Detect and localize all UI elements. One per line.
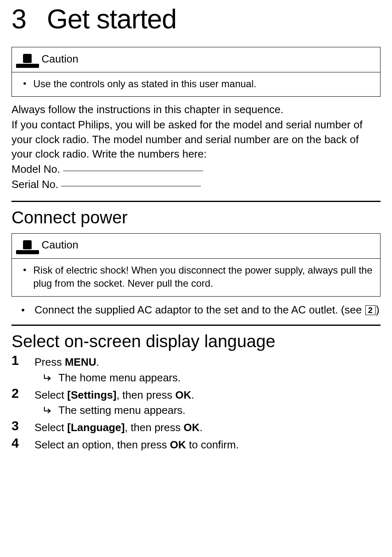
caution-text: Risk of electric shock! When you disconn… [32,264,374,290]
section-divider [12,325,380,326]
section-divider [12,201,380,202]
intro-paragraph: Always follow the instructions in this c… [12,102,380,117]
step-content: Press MENU. The home menu appears. [35,353,380,385]
section-heading-select-language: Select on-screen display language [12,332,380,351]
settings-menu-label: [Settings] [67,389,117,401]
bullet-icon: • [12,302,35,317]
bullet-icon: • [18,264,32,276]
step-item: 4 Select an option, then press OK to con… [12,436,380,453]
chapter-heading: 3Get started [12,3,380,35]
chapter-title-text: Get started [47,4,177,34]
model-label: Model No. [12,163,63,175]
caution-body: • Use the controls only as stated in thi… [12,72,380,96]
document-page: 3Get started Caution • Use the controls … [0,3,392,469]
step-number: 3 [12,418,35,434]
language-menu-label: [Language] [67,421,125,434]
blank-underline [61,186,201,186]
serial-label: Serial No. [12,178,61,190]
step-item: 3 Select [Language], then press OK. [12,418,380,436]
intro-paragraph: If you contact Philips, you will be aske… [12,118,380,161]
step-result: The setting menu appears. [35,403,380,418]
caution-label: Caution [42,53,78,65]
step-content: Select [Settings], then press OK. The se… [35,386,380,418]
caution-box: Caution • Risk of electric shock! When y… [12,233,380,297]
result-arrow-icon [44,403,58,418]
ok-button-label: OK [175,389,191,401]
bullet-icon: • [18,77,32,90]
step-number: 2 [12,386,35,401]
ok-button-label: OK [170,439,186,451]
step-number: 1 [12,353,35,368]
model-number-line: Model No. [12,162,380,176]
step-text: Connect the supplied AC adaptor to the s… [35,302,380,317]
caution-text: Use the controls only as stated in this … [32,77,374,91]
caution-body: • Risk of electric shock! When you disco… [12,259,380,296]
section-heading-connect-power: Connect power [12,208,380,227]
ok-button-label: OK [184,421,200,434]
step-number: 4 [12,436,35,451]
menu-button-label: MENU [65,356,97,368]
step-item: 2 Select [Settings], then press OK. The … [12,386,380,418]
intro-block: Always follow the instructions in this c… [12,102,380,192]
chapter-number: 3 [12,3,47,35]
figure-reference-box: 2 [365,305,376,315]
serial-number-line: Serial No. [12,177,380,192]
step-content: Select [Language], then press OK. [35,418,380,436]
caution-label: Caution [42,239,78,251]
caution-header: Caution [12,47,380,72]
numbered-steps: 1 Press MENU. The home menu appears. 2 S… [12,353,380,453]
caution-box: Caution • Use the controls only as state… [12,47,380,97]
step-item: 1 Press MENU. The home menu appears. [12,353,380,385]
step-content: Select an option, then press OK to confi… [35,436,380,453]
caution-header: Caution [12,234,380,259]
caution-icon [16,50,39,68]
step-list: • Connect the supplied AC adaptor to the… [12,302,380,317]
caution-icon [16,236,39,254]
blank-underline [63,171,203,171]
result-arrow-icon [44,370,58,386]
step-result: The home menu appears. [35,370,380,386]
